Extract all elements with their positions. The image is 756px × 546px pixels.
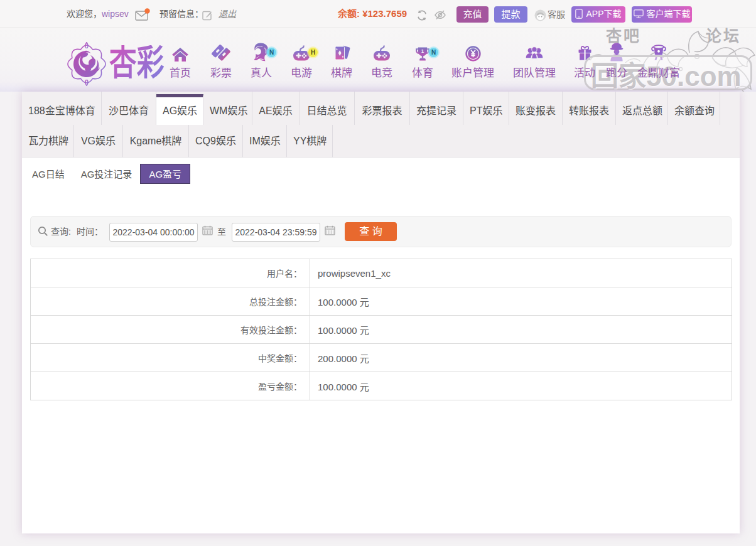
svg-text:1: 1 [421, 48, 424, 54]
